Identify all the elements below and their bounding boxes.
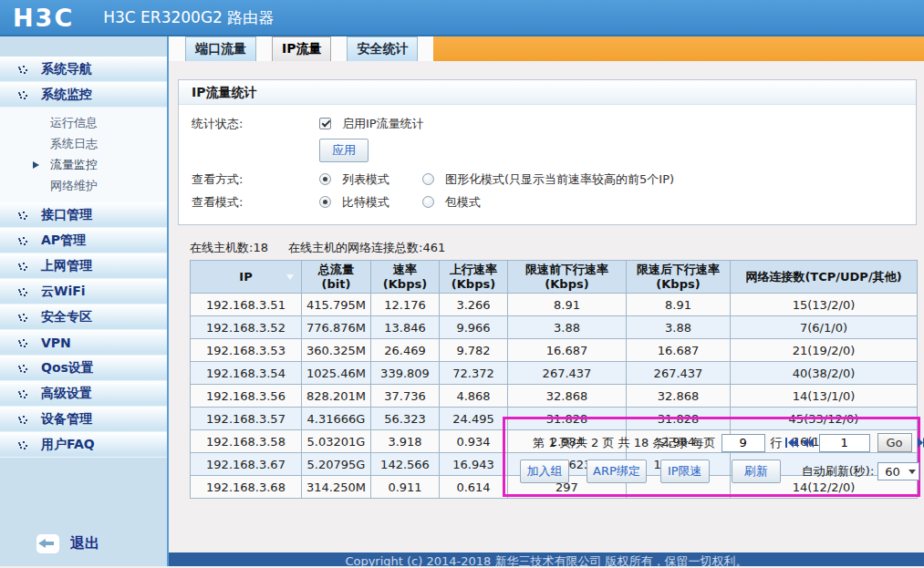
sidebar-item-label: 系统监控	[41, 87, 92, 103]
submenu-item-network-maintenance[interactable]: 网络维护	[0, 175, 167, 196]
nav-bullet-icon	[16, 261, 27, 272]
tab-security-stats[interactable]: 安全统计	[347, 36, 418, 61]
enable-ip-stat-checkbox[interactable]	[319, 118, 331, 129]
sidebar-item-label: 上网管理	[41, 258, 92, 274]
sidebar-item-label: 安全专区	[41, 309, 92, 325]
refresh-button[interactable]: 刷新	[732, 460, 781, 483]
enable-ip-stat-label: 启用IP流量统计	[342, 116, 424, 132]
column-header-post-limit-down[interactable]: 限速后下行速率(Kbps)	[627, 261, 731, 294]
nav-bullet-icon	[16, 89, 27, 100]
bit-mode-label: 比特模式	[342, 194, 422, 211]
nav-bullet-icon	[16, 337, 27, 348]
sidebar-item-qos[interactable]: Qos设置	[0, 356, 167, 381]
sidebar-item-vpn[interactable]: VPN	[0, 330, 167, 356]
sidebar-item-advanced[interactable]: 高级设置	[0, 381, 167, 407]
sidebar-item-label: 接口管理	[41, 207, 92, 223]
cell-ip: 192.168.3.56	[191, 385, 302, 408]
sidebar-item-system-nav[interactable]: 系统导航	[0, 57, 167, 82]
column-header-total[interactable]: 总流量(bit)	[302, 261, 371, 294]
column-header-ip[interactable]: IP	[191, 261, 302, 294]
page-info-text: 第 1 页/共 2 页 共 18 条记录 每页	[533, 435, 716, 451]
rows-per-page-input[interactable]	[722, 434, 765, 452]
table-row[interactable]: 192.168.3.56828.201M37.7364.86832.86832.…	[191, 385, 918, 408]
sidebar-item-ap-mgmt[interactable]: AP管理	[0, 228, 167, 253]
column-header-connections[interactable]: 网络连接数(TCP/UDP/其他)	[731, 261, 918, 294]
sort-icon[interactable]	[286, 274, 294, 280]
view-mode-label: 查看模式:	[192, 194, 319, 211]
main-area: 端口流量 IP流量 安全统计 IP流量统计 统计状态: 启用IP流量统计	[169, 36, 924, 566]
column-header-rate[interactable]: 速率(Kbps)	[371, 261, 440, 294]
auto-refresh-select[interactable]: 60	[877, 462, 919, 480]
panel-title: IP流量统计	[179, 80, 916, 105]
list-mode-radio[interactable]	[319, 173, 331, 185]
graph-mode-label: 图形化模式(只显示当前速率较高的前5个IP)	[445, 171, 674, 188]
tab-bar: 端口流量 IP流量 安全统计	[169, 36, 924, 61]
app-header: H3C H3C ER3200G2 路由器	[0, 0, 924, 36]
cell-ip: 192.168.3.51	[191, 294, 302, 316]
auto-refresh-value: 60	[885, 465, 900, 479]
submenu-item-run-info[interactable]: 运行信息	[0, 112, 167, 133]
packet-mode-label: 包模式	[445, 194, 481, 211]
sidebar-item-label: 设备管理	[41, 411, 92, 428]
packet-mode-radio[interactable]	[422, 196, 434, 208]
sidebar-item-system-monitor[interactable]: 系统监控	[0, 82, 167, 108]
tab-port-traffic[interactable]: 端口流量	[185, 36, 256, 61]
nav-bullet-icon	[16, 312, 27, 323]
pagination-bar: 第 1 页/共 2 页 共 18 条记录 每页 行 Go	[533, 433, 924, 452]
ip-traffic-panel: IP流量统计 统计状态: 启用IP流量统计 应用 查看方式:	[178, 79, 917, 225]
sidebar-item-label: 云WiFi	[41, 284, 86, 300]
tabbar-lead-spacer	[169, 36, 185, 61]
nav-bullet-icon	[16, 363, 27, 374]
sidebar-item-security-zone[interactable]: 安全专区	[0, 305, 167, 330]
sidebar-item-interface-mgmt[interactable]: 接口管理	[0, 202, 167, 228]
sidebar-item-label: VPN	[41, 336, 71, 350]
sidebar-item-label: 高级设置	[41, 386, 92, 402]
first-page-icon[interactable]	[784, 438, 798, 448]
auto-refresh-label: 自动刷新(秒):	[802, 463, 875, 480]
column-header-uprate[interactable]: 上行速率(Kbps)	[440, 261, 508, 294]
sidebar-item-internet-mgmt[interactable]: 上网管理	[0, 253, 167, 279]
submenu-item-system-log[interactable]: 系统日志	[0, 133, 167, 154]
table-row[interactable]: 192.168.3.53360.325M26.4699.78216.68716.…	[191, 339, 918, 362]
cell-ip: 192.168.3.58	[191, 430, 302, 453]
system-monitor-submenu: 运行信息 系统日志 流量监控 网络维护	[0, 108, 167, 202]
table-row[interactable]: 192.168.3.51415.795M12.1763.2668.918.911…	[191, 294, 918, 316]
add-to-group-button[interactable]: 加入组	[520, 460, 569, 483]
total-connections-count: 在线主机的网络连接总数:461	[288, 241, 445, 254]
apply-button[interactable]: 应用	[319, 139, 369, 162]
nav-bullet-icon	[16, 64, 27, 75]
table-row[interactable]: 192.168.3.52776.876M13.8469.9663.883.887…	[191, 316, 918, 339]
column-header-pre-limit-down[interactable]: 限速前下行速率(Kbps)	[508, 261, 627, 294]
sidebar-item-user-faq[interactable]: 用户FAQ	[0, 432, 167, 458]
graph-mode-radio[interactable]	[422, 173, 434, 185]
tab-ip-traffic[interactable]: IP流量	[272, 36, 331, 61]
sidebar-item-cloud-wifi[interactable]: 云WiFi	[0, 279, 167, 305]
prev-page-icon[interactable]	[802, 438, 814, 448]
cell-ip: 192.168.3.67	[191, 453, 302, 476]
sidebar-item-label: 用户FAQ	[41, 437, 95, 453]
page-number-input[interactable]	[819, 434, 870, 452]
chevron-down-icon	[908, 470, 916, 474]
sidebar-item-label: AP管理	[41, 232, 86, 249]
logout-button[interactable]: 退出	[36, 534, 99, 553]
arp-bind-button[interactable]: ARP绑定	[587, 460, 647, 483]
nav-bullet-icon	[16, 210, 27, 221]
nav-bullet-icon	[16, 414, 27, 425]
table-row[interactable]: 192.168.3.541025.46M339.80972.372267.437…	[191, 362, 918, 385]
sidebar-item-device-mgmt[interactable]: 设备管理	[0, 407, 167, 432]
ip-speed-limit-button[interactable]: IP限速	[660, 460, 710, 483]
logout-label: 退出	[70, 534, 99, 553]
nav-bullet-icon	[16, 388, 27, 399]
column-header-label: IP	[239, 270, 252, 284]
cell-ip: 192.168.3.52	[191, 316, 302, 339]
sidebar-item-label: Qos设置	[41, 360, 94, 377]
bit-mode-radio[interactable]	[319, 196, 331, 208]
tabbar-orange-strip	[433, 36, 924, 61]
cell-ip: 192.168.3.68	[191, 476, 302, 499]
submenu-item-traffic-monitor[interactable]: 流量监控	[0, 154, 167, 175]
next-page-icon[interactable]	[918, 438, 924, 448]
go-button[interactable]: Go	[877, 433, 912, 452]
h3c-logo: H3C	[13, 4, 74, 32]
table-header-row: IP 总流量(bit) 速率(Kbps) 上行速率(Kbps) 限速前下行速率(…	[191, 261, 918, 294]
pagination-highlight-box: 第 1 页/共 2 页 共 18 条记录 每页 行 Go	[503, 417, 920, 497]
